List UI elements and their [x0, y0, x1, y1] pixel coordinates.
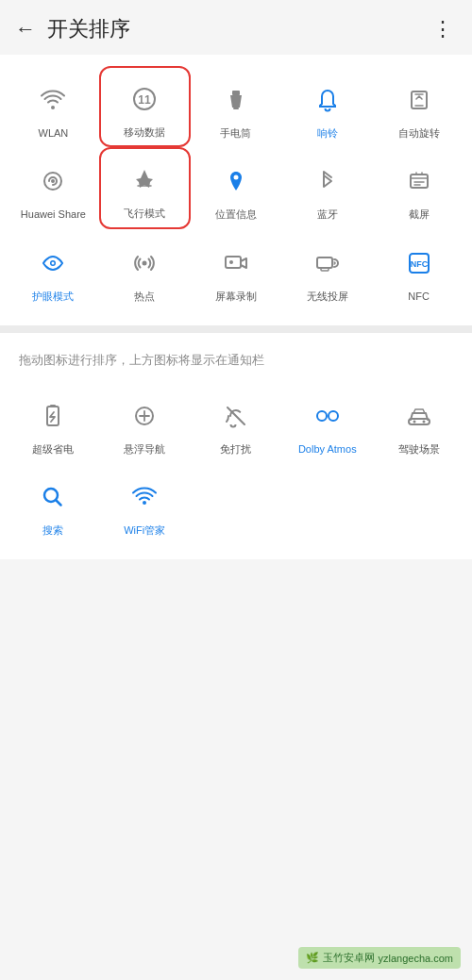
- svg-point-7: [51, 179, 55, 183]
- tile-dolby[interactable]: Dolby Atmos: [281, 382, 373, 463]
- dolby-icon: [307, 395, 348, 437]
- screenshot-label: 截屏: [409, 208, 430, 221]
- hotspot-icon: [124, 242, 165, 284]
- eye-comfort-icon: [32, 242, 74, 284]
- tile-wireless-proj[interactable]: 无线投屏: [281, 229, 373, 310]
- section-divider: [0, 325, 472, 333]
- wifi-manager-label: WiFi管家: [124, 523, 165, 537]
- tile-mobile-data[interactable]: 11 移动数据: [99, 66, 191, 147]
- wlan-label: WLAN: [39, 126, 69, 140]
- watermark-icon: 🌿: [306, 952, 319, 964]
- tile-auto-rotate[interactable]: 自动旋转: [373, 66, 464, 147]
- svg-rect-19: [47, 407, 59, 425]
- floating-nav-icon: [124, 395, 165, 437]
- bluetooth-icon: [307, 160, 348, 202]
- nfc-label: NFC: [408, 290, 430, 303]
- active-grid: WLAN 11 移动数据 手电筒: [0, 66, 472, 310]
- back-button[interactable]: ←: [15, 17, 36, 42]
- svg-point-25: [413, 420, 415, 423]
- svg-point-14: [229, 260, 233, 264]
- hotspot-label: 热点: [134, 290, 155, 303]
- inactive-section: 拖动图标进行排序，上方图标将显示在通知栏 超级省电 悬浮导航: [0, 333, 472, 560]
- svg-rect-24: [409, 419, 430, 424]
- driving-icon: [398, 395, 440, 437]
- watermark-text: 玉竹安卓网: [323, 951, 375, 965]
- header-left: ← 开关排序: [15, 15, 130, 43]
- huawei-share-icon: [32, 160, 74, 202]
- super-save-icon: [32, 395, 74, 437]
- airplane-icon: [124, 159, 165, 201]
- svg-text:NFC: NFC: [410, 259, 428, 269]
- tile-wifi-manager[interactable]: WiFi管家: [99, 463, 191, 544]
- section-hint: 拖动图标进行排序，上方图标将显示在通知栏: [0, 344, 472, 382]
- flashlight-icon: [215, 79, 257, 121]
- wlan-icon: [32, 79, 74, 121]
- tile-ringtone[interactable]: 响铃: [281, 66, 373, 147]
- super-save-label: 超级省电: [32, 442, 74, 456]
- do-not-disturb-icon: [215, 395, 257, 437]
- more-button[interactable]: ⋮: [432, 17, 453, 42]
- header: ← 开关排序 ⋮: [0, 0, 472, 55]
- tile-location[interactable]: 位置信息: [191, 147, 282, 228]
- svg-point-11: [52, 261, 55, 264]
- ringtone-label: 响铃: [317, 126, 338, 140]
- watermark: 🌿 玉竹安卓网 yzlangecha.com: [298, 947, 462, 969]
- svg-rect-22: [317, 411, 327, 421]
- tile-flashlight[interactable]: 手电筒: [191, 66, 282, 147]
- tile-huawei-share[interactable]: Huawei Share: [8, 147, 99, 228]
- eye-comfort-label: 护眼模式: [32, 290, 74, 303]
- svg-rect-23: [329, 411, 338, 421]
- inactive-grid: 超级省电 悬浮导航 免打扰: [0, 382, 472, 545]
- search-label: 搜索: [42, 523, 63, 537]
- svg-rect-16: [321, 268, 329, 271]
- tile-search[interactable]: 搜索: [8, 463, 99, 544]
- tile-eye-comfort[interactable]: 护眼模式: [8, 229, 99, 310]
- tile-driving[interactable]: 驾驶场景: [373, 382, 464, 463]
- svg-rect-2: [232, 91, 240, 95]
- svg-point-26: [422, 420, 425, 423]
- airplane-label: 飞行模式: [124, 207, 165, 220]
- svg-point-12: [143, 260, 147, 265]
- flashlight-label: 手电筒: [220, 126, 251, 140]
- screen-record-icon: [215, 242, 257, 284]
- tile-screenshot[interactable]: 截屏: [373, 147, 464, 228]
- watermark-url: yzlangecha.com: [379, 953, 454, 964]
- dolby-label: Dolby Atmos: [298, 442, 357, 456]
- tile-screen-record[interactable]: 屏幕录制: [191, 229, 282, 310]
- tile-floating-nav[interactable]: 悬浮导航: [99, 382, 191, 463]
- wireless-proj-label: 无线投屏: [307, 290, 348, 303]
- tile-bluetooth[interactable]: 蓝牙: [281, 147, 373, 228]
- screen-record-label: 屏幕录制: [215, 290, 257, 303]
- svg-rect-4: [233, 108, 239, 109]
- tile-do-not-disturb[interactable]: 免打扰: [191, 382, 282, 463]
- wireless-proj-icon: [307, 242, 348, 284]
- bluetooth-label: 蓝牙: [317, 208, 338, 221]
- floating-nav-label: 悬浮导航: [124, 442, 165, 456]
- tile-nfc[interactable]: NFC NFC: [373, 229, 464, 310]
- do-not-disturb-label: 免打扰: [220, 442, 251, 456]
- tile-hotspot[interactable]: 热点: [99, 229, 191, 310]
- svg-rect-20: [50, 405, 56, 407]
- svg-point-8: [233, 175, 238, 180]
- mobile-data-label: 移动数据: [124, 125, 165, 139]
- tile-super-save[interactable]: 超级省电: [8, 382, 99, 463]
- mobile-data-icon: 11: [124, 78, 165, 120]
- page-title: 开关排序: [47, 15, 130, 43]
- nfc-icon: NFC: [398, 242, 440, 284]
- svg-marker-3: [230, 95, 242, 108]
- driving-label: 驾驶场景: [398, 442, 440, 456]
- wifi-manager-icon: [124, 476, 165, 518]
- search-icon: [32, 476, 74, 518]
- auto-rotate-label: 自动旋转: [398, 126, 440, 140]
- screenshot-icon: [398, 160, 440, 202]
- tile-wlan[interactable]: WLAN: [8, 66, 99, 147]
- location-icon: [215, 160, 257, 202]
- svg-rect-15: [317, 257, 332, 268]
- location-label: 位置信息: [215, 208, 257, 221]
- svg-rect-9: [411, 174, 428, 188]
- ringtone-icon: [307, 79, 348, 121]
- huawei-share-label: Huawei Share: [21, 208, 86, 221]
- auto-rotate-icon: [398, 79, 440, 121]
- tile-airplane[interactable]: 飞行模式: [99, 147, 191, 228]
- svg-text:11: 11: [139, 93, 152, 107]
